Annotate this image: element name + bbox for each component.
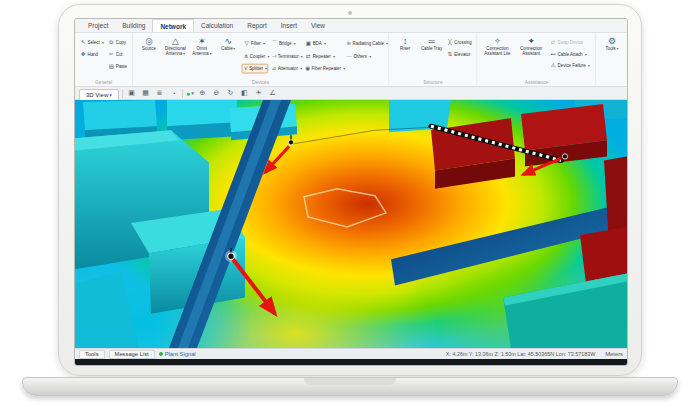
copy-button[interactable]: ⧉ Copy xyxy=(106,37,129,47)
connection-assistant-lite-label: Connection Assistant Lite xyxy=(481,46,513,56)
tab-insert[interactable]: Insert xyxy=(274,19,304,32)
antenna-node[interactable] xyxy=(562,154,567,159)
repeater-button[interactable]: ⇄ Repeater xyxy=(303,51,343,61)
elevator-label: Elevator xyxy=(454,52,470,56)
paste-button[interactable]: ▤ Paste xyxy=(106,62,129,72)
radiating-cable-icon: ≋ xyxy=(346,40,351,47)
device-failure-icon: ⚠ xyxy=(550,62,556,69)
riser-label: Riser xyxy=(400,46,410,51)
layers-icon[interactable]: ≣ xyxy=(154,88,165,98)
signal-dot-icon xyxy=(159,352,163,356)
connection-assistant-label: Connection Assistant xyxy=(515,46,547,56)
connection-assistant-lite-icon: ✧ xyxy=(494,37,501,47)
splitter-label: Splitter xyxy=(249,66,263,70)
filter-button[interactable]: ▽ Filter xyxy=(241,39,267,49)
attenuator-button[interactable]: ⊿ Attenuator xyxy=(269,64,301,74)
radiating-cable-button[interactable]: ≋ Radiating Cable xyxy=(344,39,385,49)
tab-project[interactable]: Project xyxy=(81,19,115,32)
elevator-button[interactable]: ⇅ Elevator xyxy=(445,49,474,59)
laptop-base-notch xyxy=(304,378,396,385)
status-tab-tools[interactable]: Tools xyxy=(79,350,105,359)
coverage-heatmap-viewport[interactable] xyxy=(75,100,627,348)
save-icon[interactable]: ▣ xyxy=(126,88,137,98)
status-tab-message-list[interactable]: Message List xyxy=(109,350,155,359)
cable-button[interactable]: ∿ Cable xyxy=(215,35,241,57)
zone-outline-hexagon xyxy=(304,189,386,227)
cables-layer xyxy=(291,126,561,227)
compass-icon[interactable]: ◔ xyxy=(168,88,179,98)
antenna-node[interactable] xyxy=(228,253,234,259)
camera-icon[interactable]: ◧ xyxy=(239,88,250,98)
select-cursor-icon: ↖ xyxy=(80,39,86,46)
plant-signal-link[interactable]: Plant Signal xyxy=(159,351,196,357)
radiating-cable-label: Radiating Cable xyxy=(353,41,384,45)
cut-icon: ✂ xyxy=(108,51,114,58)
directional-antenna-button[interactable]: △ Directional Antenna xyxy=(162,35,188,57)
tab-calculation[interactable]: Calculation xyxy=(194,19,240,32)
tab-view[interactable]: View xyxy=(304,19,332,32)
cable-tray-label: Cable Tray xyxy=(421,46,442,51)
building-top xyxy=(167,100,237,126)
attenuator-icon: ⊿ xyxy=(272,65,277,72)
others-button[interactable]: ⋯ Others xyxy=(344,51,385,61)
tab-report[interactable]: Report xyxy=(240,19,274,32)
layout-grid-icon[interactable]: ▦ xyxy=(140,88,151,98)
view-tab-3d[interactable]: 3D View xyxy=(79,89,119,100)
units-label: Meters xyxy=(599,351,623,357)
source-button[interactable]: ◎ Source xyxy=(136,35,162,57)
bridge-button[interactable]: ⌒ Bridge xyxy=(269,39,301,49)
copy-icon: ⧉ xyxy=(108,39,114,46)
terminator-icon: ⊣ xyxy=(272,53,277,60)
status-bar: Tools Message List Plant Signal X: 4.26m… xyxy=(75,348,627,359)
copy-label: Copy xyxy=(116,40,126,44)
3d-scene[interactable] xyxy=(75,100,627,348)
device-failure-label: Device Failure xyxy=(558,63,586,67)
connection-assistant-button[interactable]: ✦ Connection Assistant xyxy=(514,35,548,57)
fiber-repeater-icon: ◉ xyxy=(305,65,310,72)
group-label-structure: Structure xyxy=(389,80,477,85)
fiber-repeater-label: Fiber Repeater xyxy=(312,66,341,70)
rotate-view-icon[interactable]: ↻ xyxy=(225,88,236,98)
antenna-node[interactable] xyxy=(288,140,293,145)
directional-antenna-icon: △ xyxy=(172,37,179,47)
tools-icon: ⚙ xyxy=(608,37,616,47)
cable-attach-button[interactable]: ⊷ Cable Attach xyxy=(548,49,592,59)
sun-icon[interactable]: ☀ xyxy=(253,88,264,98)
tab-network[interactable]: Network xyxy=(152,19,194,32)
ribbon-tab-strip: Project Building Network Calculation Rep… xyxy=(75,19,627,33)
select-button[interactable]: ↖ Select xyxy=(78,37,106,47)
connection-assistant-lite-button[interactable]: ✧ Connection Assistant Lite xyxy=(481,35,515,57)
repeater-icon: ⇄ xyxy=(305,53,311,60)
signal-status-dropdown[interactable]: ● xyxy=(186,90,194,97)
cable-icon: ∿ xyxy=(225,37,232,47)
fiber-repeater-button[interactable]: ◉ Fiber Repeater xyxy=(303,64,343,74)
omni-antenna-button[interactable]: ✶ Omni Antenna xyxy=(189,35,215,57)
cable-attach-label: Cable Attach xyxy=(558,52,583,56)
hand-button[interactable]: ✥ Hand xyxy=(78,49,106,59)
plant-signal-label: Plant Signal xyxy=(165,351,196,357)
terminator-button[interactable]: ⊣ Terminator xyxy=(269,51,301,61)
tools-button[interactable]: ⚙ Tools xyxy=(599,35,625,52)
crossing-button[interactable]: ╳ Crossing xyxy=(445,37,474,47)
zoom-in-icon[interactable]: ⊕ xyxy=(197,88,208,98)
cable-label: Cable xyxy=(221,46,235,51)
cable-tray-button[interactable]: ═ Cable Tray xyxy=(418,35,444,52)
splitter-icon: ⋎ xyxy=(244,65,248,72)
buildings-layer xyxy=(75,100,627,348)
bda-button[interactable]: ▣ BDA xyxy=(303,39,343,49)
device-failure-button[interactable]: ⚠ Device Failure xyxy=(548,61,592,71)
source-label: Source xyxy=(142,46,156,51)
coupler-button[interactable]: ⋔ Coupler xyxy=(241,51,267,61)
repeater-label: Repeater xyxy=(313,54,331,58)
measure-icon[interactable]: ∠ xyxy=(267,88,278,98)
coupler-label: Coupler xyxy=(250,54,265,58)
splitter-button-selected[interactable]: ⋎ Splitter xyxy=(241,64,267,74)
tab-building[interactable]: Building xyxy=(115,19,152,32)
riser-button[interactable]: ↕ Riser xyxy=(392,35,418,52)
cut-button[interactable]: ✂ Cut xyxy=(106,50,129,60)
tools-label: Tools xyxy=(605,46,618,51)
bridge-icon: ⌒ xyxy=(272,40,278,47)
paste-label: Paste xyxy=(116,64,127,68)
filter-label: Filter xyxy=(251,41,261,45)
zoom-out-icon[interactable]: ⊖ xyxy=(211,88,222,98)
